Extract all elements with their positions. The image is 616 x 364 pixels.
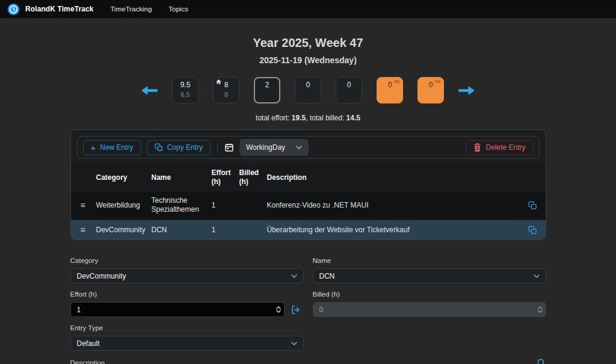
- page-subtitle: 2025-11-19 (Wednesday): [70, 55, 546, 65]
- search-icon[interactable]: [537, 358, 546, 364]
- effort-field-block: Effort (h) 1: [70, 291, 304, 317]
- total-effort-label: total effort:: [256, 114, 292, 122]
- page-title: Year 2025, Week 47: [70, 36, 546, 50]
- entry-type-value: Default: [77, 339, 100, 348]
- weekend-tag: WE: [435, 79, 441, 84]
- row-copy-icon[interactable]: [520, 201, 546, 210]
- week-strip: 9.5 6.5 8 8 2 0 0 WE 0 WE: [70, 77, 546, 103]
- billed-input-disabled: 0: [313, 302, 546, 317]
- table-row-selected[interactable]: ≡ DevCommunity DCN 1 Überarbeitung der W…: [71, 219, 546, 239]
- brand[interactable]: RolandK TimeTrack: [7, 3, 94, 16]
- category-field-block: Category DevCommunity: [70, 257, 304, 283]
- day-box-saturday[interactable]: WE 0: [377, 77, 403, 103]
- row-copy-icon[interactable]: [520, 226, 546, 235]
- column-header-description: Description: [267, 173, 520, 182]
- total-effort-value: 19.5: [292, 114, 306, 122]
- plus-icon: +: [91, 143, 96, 152]
- category-select[interactable]: DevCommunity: [70, 268, 304, 283]
- row-name: Technische Spezialthemen: [152, 196, 212, 214]
- chevron-down-icon: [291, 274, 297, 278]
- brand-name: RolandK TimeTrack: [25, 5, 94, 13]
- row-effort: 1: [212, 226, 239, 235]
- description-field-block: Description Überarbeitung der Website vo…: [70, 358, 546, 364]
- total-billed-label: , total billed:: [306, 114, 346, 122]
- entry-type-field-block: Entry Type Default: [70, 324, 304, 351]
- billed-value: 0: [319, 306, 538, 314]
- category-label: Category: [70, 257, 304, 264]
- day-box-tuesday[interactable]: 8 8: [213, 77, 239, 103]
- day-type-value: WorkingDay: [246, 143, 285, 152]
- chevron-down-icon: [291, 342, 297, 345]
- day-box-monday[interactable]: 9.5 6.5: [172, 77, 199, 103]
- effort-value: 1: [77, 306, 276, 314]
- day-box-wednesday-selected[interactable]: 2: [254, 77, 280, 103]
- home-office-icon: [216, 79, 221, 84]
- total-billed-value: 14.5: [346, 114, 360, 122]
- toolbar-separator: [217, 143, 218, 153]
- table-header: Category Name Effort (h) Billed (h) Desc…: [71, 165, 546, 190]
- row-effort: 1: [212, 201, 239, 210]
- copy-entry-label: Copy Entry: [167, 143, 203, 152]
- row-description: Überarbeitung der Website vor Ticketverk…: [267, 226, 520, 235]
- billed-label: Billed (h): [313, 291, 546, 298]
- category-value: DevCommunity: [77, 272, 126, 280]
- copy-entry-button[interactable]: Copy Entry: [147, 140, 211, 155]
- name-select[interactable]: DCN: [313, 268, 546, 283]
- day-type-select[interactable]: WorkingDay: [239, 139, 309, 156]
- day-box-thursday[interactable]: 0: [295, 77, 321, 103]
- billed-field-block: Billed (h) 0: [313, 291, 546, 317]
- delete-entry-label: Delete Entry: [485, 143, 525, 152]
- entry-type-label: Entry Type: [70, 324, 304, 332]
- nav-item-topics[interactable]: Topics: [168, 5, 188, 13]
- effort-label: Effort (h): [70, 291, 304, 298]
- totals-line: total effort: 19.5, total billed: 14.5: [70, 114, 546, 122]
- effort-stepper[interactable]: [276, 306, 281, 313]
- weekend-tag: WE: [394, 79, 400, 84]
- form-grid-spacer: [313, 324, 546, 351]
- drag-handle-icon[interactable]: ≡: [75, 226, 96, 235]
- effort-input[interactable]: 1: [70, 302, 285, 317]
- name-field-block: Name DCN: [313, 257, 546, 283]
- name-label: Name: [313, 257, 546, 264]
- day-effort: 2: [255, 81, 279, 89]
- nav-item-timetracking[interactable]: TimeTracking: [111, 5, 152, 13]
- day-effort: 9.5: [173, 81, 198, 89]
- row-name: DCN: [152, 226, 212, 235]
- entries-card: + New Entry Copy Entry: [70, 129, 546, 240]
- entries-toolbar: + New Entry Copy Entry: [77, 136, 540, 159]
- row-category: DevCommunity: [96, 226, 152, 235]
- next-week-arrow-icon[interactable]: [458, 86, 475, 95]
- calendar-icon: [224, 143, 234, 152]
- delete-entry-button[interactable]: Delete Entry: [466, 140, 533, 155]
- chevron-down-icon: [296, 146, 302, 149]
- top-nav: RolandK TimeTrack TimeTracking Topics: [0, 0, 616, 18]
- column-header-billed: Billed (h): [239, 168, 267, 187]
- entry-edit-form: Category DevCommunity Name DCN: [70, 257, 546, 364]
- drag-handle-icon[interactable]: ≡: [75, 201, 96, 210]
- column-header-name: Name: [152, 173, 212, 182]
- new-entry-button[interactable]: + New Entry: [83, 140, 141, 155]
- day-effort: 0: [336, 81, 362, 89]
- transfer-effort-icon[interactable]: [291, 304, 301, 315]
- day-box-friday[interactable]: 0: [336, 77, 362, 103]
- previous-week-arrow-icon[interactable]: [141, 86, 158, 95]
- day-box-sunday[interactable]: WE 0: [417, 77, 444, 103]
- day-billed: 8: [214, 91, 239, 98]
- name-value: DCN: [319, 272, 335, 280]
- row-description: Konferenz-Video zu .NET MAUI: [267, 201, 520, 210]
- copy-icon: [155, 143, 163, 152]
- column-header-effort: Effort (h): [212, 168, 239, 187]
- row-category: Weiterbildung: [96, 201, 152, 210]
- chevron-down-icon: [534, 274, 540, 278]
- description-label: Description: [70, 359, 105, 364]
- billed-stepper: [538, 306, 543, 313]
- day-effort: 0: [295, 81, 321, 89]
- trash-icon: [473, 143, 481, 152]
- new-entry-label: New Entry: [100, 143, 133, 152]
- entry-type-select[interactable]: Default: [70, 336, 304, 351]
- day-billed: 6.5: [173, 91, 198, 98]
- table-row[interactable]: ≡ Weiterbildung Technische Spezialthemen…: [71, 190, 546, 219]
- clock-logo-icon: [7, 3, 20, 16]
- column-header-category: Category: [96, 173, 152, 182]
